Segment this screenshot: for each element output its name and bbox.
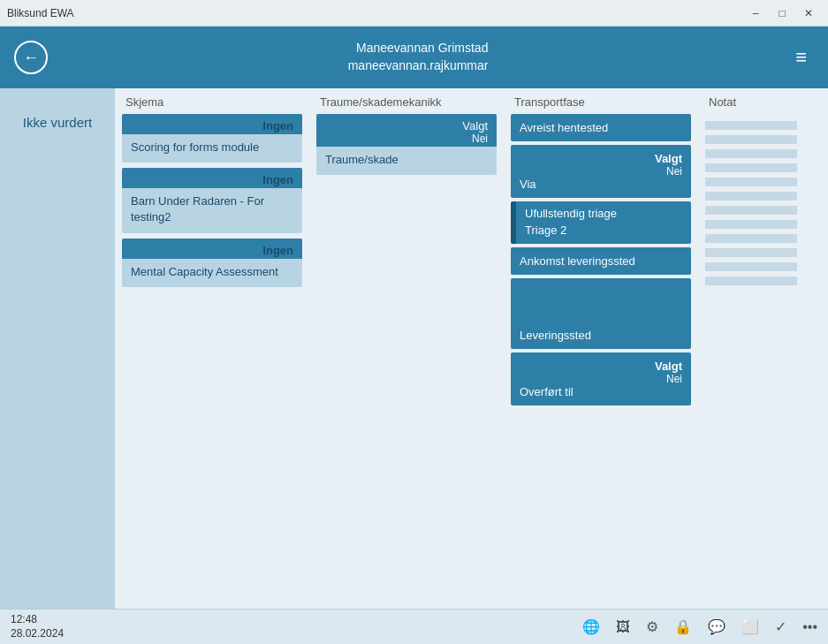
taskbar-date: 28.02.2024	[11, 627, 64, 641]
traume-valgt: Valgt	[325, 119, 488, 133]
ikke-vurdert-panel: Ikke vurdert	[0, 88, 115, 609]
skjema-header: Skjema	[122, 88, 302, 114]
scoring-card[interactable]: Ingen Scoring for forms module	[122, 114, 302, 163]
titlebar-title: Bliksund EWA	[7, 7, 74, 19]
overforts-valgt: Valgt	[520, 360, 682, 373]
mental-card-header: Ingen	[122, 239, 302, 259]
notat-line	[705, 234, 797, 243]
taskbar-icons: 🌐 🖼 ⚙ 🔒 💬 ⬜ ✓ •••	[582, 618, 817, 635]
notat-line	[705, 220, 797, 229]
triage-bottom: Triage 2	[516, 222, 691, 244]
triage-card[interactable]: Ufullstendig triage Triage 2	[511, 201, 691, 244]
back-button[interactable]: ←	[14, 41, 48, 74]
skjema-column: Skjema Ingen Scoring for forms module	[115, 88, 309, 609]
lock-icon[interactable]: 🔒	[674, 618, 692, 635]
ankomst-card[interactable]: Ankomst leveringssted	[511, 247, 691, 275]
traume-card-header: Valgt Nei	[316, 114, 497, 147]
check-icon[interactable]: ✓	[775, 618, 786, 635]
notat-line	[705, 262, 797, 271]
taskbar: 12:48 28.02.2024 🌐 🖼 ⚙ 🔒 💬 ⬜ ✓ •••	[0, 609, 828, 644]
scoring-card-header: Ingen	[122, 114, 302, 134]
scan-icon[interactable]: ⬜	[741, 618, 759, 635]
titlebar-controls: – □ ✕	[743, 4, 821, 22]
user-name: Maneevannan Grimstad	[348, 40, 489, 57]
chat-icon[interactable]: 💬	[708, 618, 725, 635]
scoring-card-body: Scoring for forms module	[122, 134, 302, 163]
avreist-card[interactable]: Avreist hentested	[511, 114, 691, 141]
image-icon[interactable]: 🖼	[616, 619, 630, 635]
notat-lines	[705, 121, 797, 285]
barn-card[interactable]: Ingen Barn Under Radaren - For testing2	[122, 168, 302, 232]
taskbar-time-block: 12:48 28.02.2024	[11, 613, 64, 640]
taskbar-time: 12:48	[11, 613, 64, 627]
traume-nei: Nei	[325, 133, 488, 145]
user-email: maneevannan.rajkummar	[348, 57, 489, 75]
maximize-button[interactable]: □	[770, 4, 794, 22]
scoring-ingen-label: Ingen	[262, 119, 293, 133]
via-valgt: Valgt	[520, 152, 682, 165]
settings-icon[interactable]: ⚙	[646, 618, 658, 635]
mental-card-body: Mental Capacity Assessment	[122, 259, 302, 287]
header: ← Maneevannan Grimstad maneevannan.rajku…	[0, 27, 828, 88]
notat-header: Notat	[705, 88, 797, 114]
transport-column: Transportfase Avreist hentested Valgt Ne…	[504, 88, 698, 609]
notat-line	[705, 178, 797, 186]
main-area: Ikke vurdert Skjema Ingen Scoring for fo…	[0, 88, 828, 609]
globe-icon[interactable]: 🌐	[582, 618, 600, 635]
traume-column: Traume/skademekanikk Valgt Nei Traume/sk…	[309, 88, 504, 609]
overforts-nei: Nei	[520, 373, 682, 385]
close-button[interactable]: ✕	[796, 4, 821, 22]
triage-top: Ufullstendig triage	[516, 201, 691, 222]
user-info: Maneevannan Grimstad maneevannan.rajkumm…	[348, 40, 489, 74]
notat-line	[705, 149, 797, 158]
traume-card-body: Traume/skade	[316, 147, 497, 175]
notat-line	[705, 192, 797, 201]
ankomst-label: Ankomst leveringssted	[520, 254, 635, 268]
via-card[interactable]: Valgt Nei Via	[511, 145, 691, 198]
leveringssted-label: Leveringssted	[520, 329, 591, 342]
transport-header: Transportfase	[511, 88, 691, 114]
barn-card-header: Ingen	[122, 168, 302, 188]
columns-container: Skjema Ingen Scoring for forms module	[115, 88, 828, 609]
minimize-button[interactable]: –	[743, 4, 768, 22]
overforts-card[interactable]: Valgt Nei Overført til	[511, 352, 691, 405]
barn-card-body: Barn Under Radaren - For testing2	[122, 188, 302, 232]
menu-button[interactable]: ≡	[788, 42, 814, 72]
ikke-vurdert-label: Ikke vurdert	[23, 115, 92, 130]
leveringssted-card[interactable]: Leveringssted	[511, 278, 691, 349]
via-label: Via	[520, 178, 682, 191]
traume-card[interactable]: Valgt Nei Traume/skade	[316, 114, 497, 175]
barn-ingen-label: Ingen	[262, 173, 293, 186]
traume-header: Traume/skademekanikk	[316, 88, 497, 114]
notat-column: Notat	[698, 88, 804, 609]
notat-line	[705, 248, 797, 257]
overforts-label: Overført til	[520, 385, 682, 398]
avreist-label: Avreist hentested	[520, 121, 608, 134]
titlebar: Bliksund EWA – □ ✕	[0, 0, 828, 27]
via-nei: Nei	[520, 165, 682, 178]
notat-line	[705, 277, 797, 285]
notat-line	[705, 163, 797, 172]
mental-card[interactable]: Ingen Mental Capacity Assessment	[122, 239, 302, 287]
back-icon: ←	[23, 49, 39, 67]
more-icon[interactable]: •••	[802, 619, 817, 635]
notat-line	[705, 135, 797, 144]
notat-line	[705, 206, 797, 215]
notat-line	[705, 121, 797, 130]
mental-ingen-label: Ingen	[262, 244, 293, 257]
